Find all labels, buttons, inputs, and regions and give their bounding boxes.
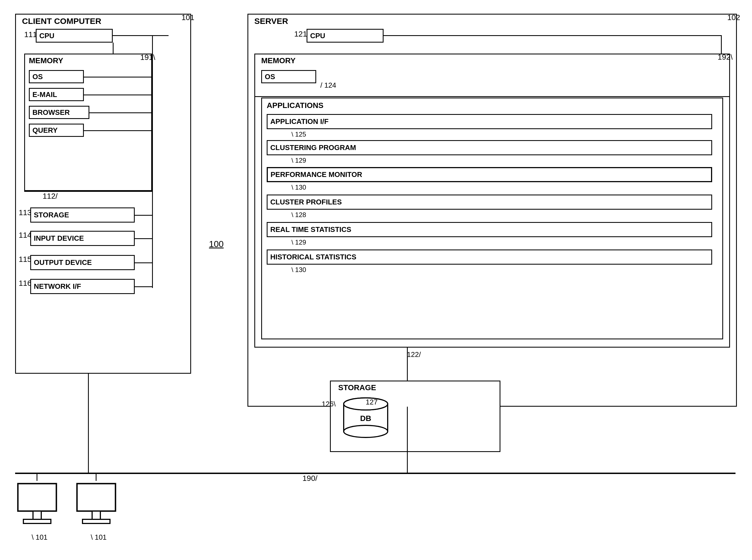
svg-rect-10 bbox=[82, 519, 110, 523]
ref-192: 192\ bbox=[718, 53, 733, 62]
server-apps-box bbox=[261, 98, 723, 339]
client-query-box: QUERY bbox=[29, 124, 84, 137]
server-realtime-box: REAL TIME STATISTICS bbox=[267, 222, 712, 237]
server-memory-to-storage-vert bbox=[407, 347, 408, 381]
client-output-box: OUTPUT DEVICE bbox=[30, 255, 135, 270]
client-browser-box: BROWSER bbox=[29, 106, 89, 119]
ref-124: / 124 bbox=[320, 81, 336, 89]
ref-102: 102 bbox=[727, 13, 740, 22]
server-apps-label: APPLICATIONS bbox=[267, 101, 323, 110]
client-os-right-line bbox=[84, 77, 152, 78]
svg-rect-8 bbox=[77, 484, 115, 511]
client-os-box: OS bbox=[29, 70, 84, 83]
server-memory-label: MEMORY bbox=[261, 56, 295, 65]
network-line-horizontal bbox=[15, 473, 735, 474]
server-cpu-box: CPU bbox=[307, 29, 384, 43]
client-query-right-line bbox=[84, 130, 152, 131]
ref-130-historical: \ 130 bbox=[291, 266, 306, 274]
cpu-to-memory-line bbox=[113, 43, 114, 54]
svg-text:DB: DB bbox=[360, 414, 371, 423]
svg-point-3 bbox=[344, 425, 388, 437]
ref-101-client: 101 bbox=[181, 13, 194, 22]
server-cpu-right-line bbox=[384, 35, 722, 36]
server-perfmon-box: PERFORMANCE MONITOR bbox=[267, 167, 712, 182]
client-cpu-right-line bbox=[113, 35, 169, 36]
server-appif-box: APPLICATION I/F bbox=[267, 114, 712, 129]
small-computer-1 bbox=[15, 481, 59, 530]
client-output-right-line bbox=[135, 262, 152, 263]
ref-125: \ 125 bbox=[291, 131, 306, 138]
comp2-net-line bbox=[96, 473, 97, 481]
client-computer-label: CLIENT COMPUTER bbox=[22, 17, 101, 26]
client-network-box: NETWORK I/F bbox=[30, 279, 135, 294]
ref-130-perfmon: \ 130 bbox=[291, 183, 306, 191]
client-to-network-vert bbox=[88, 374, 89, 473]
ref-126: 126\ bbox=[322, 400, 336, 408]
ref-129-realtime: \ 129 bbox=[291, 239, 306, 246]
svg-rect-9 bbox=[92, 511, 100, 519]
ref-128: \ 128 bbox=[291, 211, 306, 219]
client-input-right-line bbox=[135, 238, 152, 239]
ref-100: 100 bbox=[209, 239, 224, 249]
client-input-box: INPUT DEVICE bbox=[30, 231, 135, 246]
client-network-right-line bbox=[135, 286, 152, 287]
server-profiles-box: CLUSTER PROFILES bbox=[267, 195, 712, 209]
client-memory-label: MEMORY bbox=[29, 56, 63, 65]
client-email-box: E-MAIL bbox=[29, 88, 84, 101]
ref-112: 112/ bbox=[43, 192, 58, 201]
ref-101-bottom-1: \ 101 bbox=[32, 533, 47, 542]
svg-rect-7 bbox=[23, 519, 51, 523]
small-computer-2 bbox=[74, 481, 118, 530]
client-storage-box: STORAGE bbox=[30, 207, 135, 223]
client-storage-right-line bbox=[135, 215, 152, 216]
server-os-separator bbox=[254, 96, 730, 97]
server-label: SERVER bbox=[254, 17, 288, 26]
svg-rect-6 bbox=[33, 511, 41, 519]
server-clustering-box: CLUSTERING PROGRAM bbox=[267, 140, 712, 155]
ref-129-clustering: \ 129 bbox=[291, 157, 306, 164]
ref-191: 191\ bbox=[140, 53, 155, 62]
client-browser-right-line bbox=[89, 113, 152, 113]
client-right-bus-vert bbox=[152, 35, 153, 288]
ref-190: 190/ bbox=[303, 474, 317, 483]
server-os-box: OS bbox=[261, 70, 316, 83]
client-email-right-line bbox=[84, 95, 152, 95]
diagram: CLIENT COMPUTER 101 111\ CPU MEMORY 191\… bbox=[0, 0, 752, 560]
comp1-net-line bbox=[37, 473, 37, 481]
ref-122: 122/ bbox=[407, 351, 421, 359]
server-historical-box: HISTORICAL STATISTICS bbox=[267, 249, 712, 265]
svg-rect-5 bbox=[18, 484, 56, 511]
ref-127: 127 bbox=[366, 398, 378, 406]
client-cpu-box: CPU bbox=[36, 29, 113, 43]
ref-101-bottom-2: \ 101 bbox=[91, 533, 107, 542]
server-storage-label: STORAGE bbox=[338, 383, 376, 392]
server-to-network-vert bbox=[407, 407, 408, 473]
